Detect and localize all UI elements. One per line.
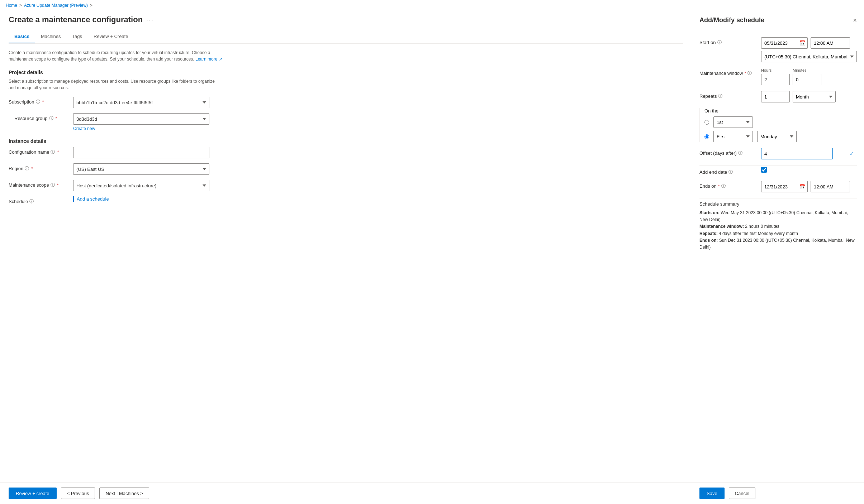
region-info-icon: ⓘ	[25, 165, 29, 172]
breadcrumb-azure[interactable]: Azure Update Manager (Preview)	[24, 3, 88, 8]
maintenance-scope-info-icon: ⓘ	[51, 182, 55, 188]
config-name-input[interactable]	[73, 147, 209, 158]
offset-input[interactable]	[761, 148, 833, 159]
maintenance-scope-label: Maintenance scope ⓘ *	[9, 180, 73, 188]
maintenance-scope-row: Maintenance scope ⓘ * Host (dedicated/is…	[9, 180, 683, 191]
breadcrumb-sep2: >	[90, 3, 92, 8]
on-the-label: On the	[704, 108, 857, 114]
tab-review-create[interactable]: Review + Create	[88, 30, 134, 43]
resource-group-select[interactable]: 3d3d3d3d	[73, 113, 209, 125]
subscription-row: Subscription ⓘ * bbbb1b1b-cc2c-dd3d-ee4e…	[9, 97, 683, 108]
region-control: (US) East US	[73, 163, 209, 175]
page-title: Create a maintenance configuration	[9, 15, 143, 24]
resource-group-label: Resource group ⓘ *	[9, 113, 73, 121]
resource-group-info-icon: ⓘ	[49, 115, 53, 121]
config-name-row: Configuration name ⓘ *	[9, 147, 683, 158]
subscription-info-icon: ⓘ	[36, 99, 40, 105]
cancel-button[interactable]: Cancel	[729, 488, 755, 499]
ellipsis-button[interactable]: ···	[146, 16, 154, 24]
on-the-day-select[interactable]: 1st 2nd 3rd 4th Last	[713, 116, 753, 128]
breadcrumb-home[interactable]: Home	[6, 3, 17, 8]
bottom-bar: Review + create < Previous Next : Machin…	[0, 482, 692, 504]
breadcrumb-sep1: >	[19, 3, 22, 8]
right-panel-title: Add/Modify schedule	[699, 16, 764, 24]
maintenance-window-controls: Hours Minutes	[761, 68, 857, 85]
ends-on-label: Ends on * ⓘ	[699, 181, 757, 189]
subscription-select[interactable]: bbbb1b1b-cc2c-dd3d-ee4e-ffffff5f5f5f	[73, 97, 209, 108]
add-end-date-controls	[761, 167, 857, 173]
subscription-required: *	[42, 99, 44, 105]
add-end-date-info-icon: ⓘ	[728, 169, 733, 175]
resource-group-control: 3d3d3d3d Create new	[73, 113, 209, 131]
hours-label: Hours	[761, 68, 790, 72]
minutes-col: Minutes	[793, 68, 821, 85]
resource-group-row: Resource group ⓘ * 3d3d3d3d Create new	[9, 113, 683, 131]
tab-bar: Basics Machines Tags Review + Create	[9, 30, 683, 44]
on-the-radio1[interactable]	[704, 120, 709, 125]
project-details-header: Project details	[9, 69, 683, 75]
maintenance-scope-select[interactable]: Host (dedicated/isolated infrastructure)	[73, 180, 209, 191]
next-button[interactable]: Next : Machines >	[99, 488, 149, 499]
create-new-link[interactable]: Create new	[73, 126, 209, 131]
maintenance-scope-control: Host (dedicated/isolated infrastructure)	[73, 180, 209, 191]
start-on-row: Start on ⓘ 📅 (UTC+05:30) Chennai, Kolkat…	[699, 37, 857, 62]
add-schedule-link[interactable]: Add a schedule	[73, 196, 109, 202]
offset-controls: ✓	[761, 148, 857, 159]
on-the-weekday-select[interactable]: Sunday Monday Tuesday Wednesday Thursday…	[757, 131, 797, 142]
hours-col: Hours	[761, 68, 790, 85]
add-end-date-label: Add end date ⓘ	[699, 167, 757, 175]
minutes-label: Minutes	[793, 68, 821, 72]
region-row: Region ⓘ * (US) East US	[9, 163, 683, 175]
maintenance-window-label: Maintenance window * ⓘ	[699, 68, 757, 76]
offset-check-icon: ✓	[850, 151, 854, 157]
ends-on-info-icon: ⓘ	[721, 183, 726, 189]
right-panel-footer: Save Cancel	[692, 482, 864, 504]
ends-on-required: *	[718, 183, 720, 189]
add-end-date-row: Add end date ⓘ	[699, 167, 857, 175]
review-create-button[interactable]: Review + create	[9, 488, 57, 499]
previous-button[interactable]: < Previous	[61, 488, 95, 499]
region-required: *	[31, 166, 33, 171]
offset-row: Offset (days after) ⓘ ✓	[699, 148, 857, 159]
subscription-label: Subscription ⓘ *	[9, 97, 73, 105]
save-button[interactable]: Save	[699, 488, 725, 499]
close-button[interactable]: ×	[853, 17, 857, 24]
learn-more-link[interactable]: Learn more ↗	[195, 57, 222, 62]
repeats-row: Repeats ⓘ Month Day Week Month Year	[699, 91, 857, 102]
repeats-number-input[interactable]	[761, 91, 790, 102]
subscription-control: bbbb1b1b-cc2c-dd3d-ee4e-ffffff5f5f5f	[73, 97, 209, 108]
ends-on-row: Ends on * ⓘ 📅	[699, 181, 857, 192]
config-name-label: Configuration name ⓘ *	[9, 147, 73, 155]
add-end-date-checkbox[interactable]	[761, 167, 767, 173]
repeats-unit-select[interactable]: Month Day Week Month Year	[793, 91, 836, 102]
timezone-select[interactable]: (UTC+05:30) Chennai, Kolkata, Mumbai, N.…	[761, 51, 857, 62]
schedule-info-icon: ⓘ	[29, 198, 34, 205]
schedule-summary-section: Schedule summary Starts on: Wed May 31 2…	[699, 201, 857, 251]
region-select[interactable]: (US) East US	[73, 163, 209, 175]
left-panel: Create a maintenance configuration ··· B…	[0, 11, 692, 504]
hours-input[interactable]	[761, 74, 790, 85]
region-label: Region ⓘ *	[9, 163, 73, 172]
config-name-control	[73, 147, 209, 158]
end-date-input[interactable]	[761, 181, 808, 192]
ends-on-controls: 📅	[761, 181, 857, 192]
on-the-ordinal-select[interactable]: First Second Third Fourth Last	[713, 131, 753, 142]
schedule-label: Schedule ⓘ	[9, 196, 73, 205]
page-description: Create a maintenance configuration to sc…	[9, 49, 224, 62]
right-panel-body: Start on ⓘ 📅 (UTC+05:30) Chennai, Kolkat…	[692, 30, 864, 482]
maintenance-window-row: Maintenance window * ⓘ Hours Minutes	[699, 68, 857, 85]
tab-tags[interactable]: Tags	[67, 30, 88, 43]
end-time-input[interactable]	[811, 181, 850, 192]
tab-basics[interactable]: Basics	[9, 30, 35, 43]
repeats-label: Repeats ⓘ	[699, 91, 757, 99]
tab-machines[interactable]: Machines	[35, 30, 67, 43]
mw-info-icon: ⓘ	[747, 70, 752, 76]
start-date-wrapper: 📅	[761, 37, 808, 49]
start-date-input[interactable]	[761, 37, 808, 49]
schedule-control: Add a schedule	[73, 196, 209, 202]
on-the-radio2[interactable]	[704, 134, 709, 139]
instance-details-header: Instance details	[9, 138, 683, 144]
start-time-input[interactable]	[811, 37, 850, 49]
breadcrumb: Home > Azure Update Manager (Preview) >	[0, 0, 864, 11]
minutes-input[interactable]	[793, 74, 821, 85]
